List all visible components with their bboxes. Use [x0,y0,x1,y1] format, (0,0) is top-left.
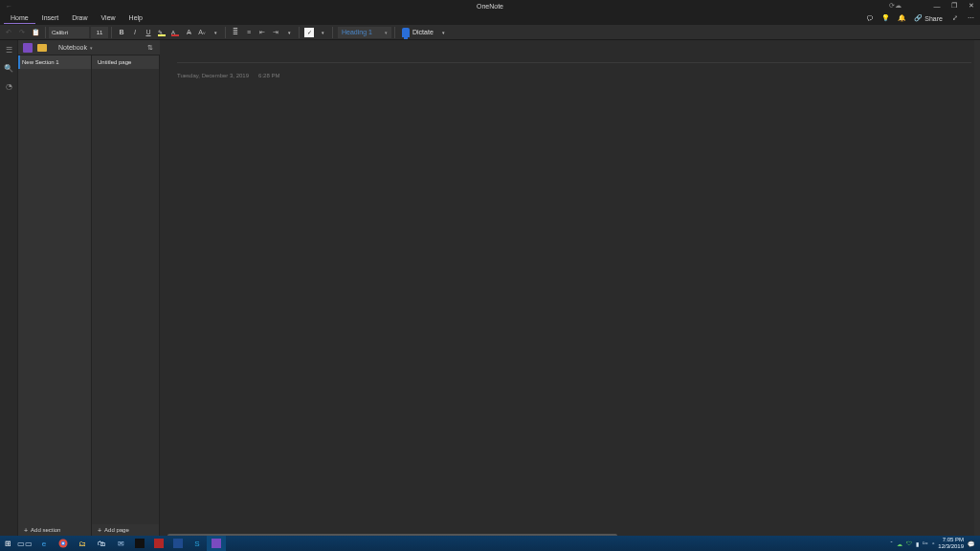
tab-help[interactable]: Help [122,13,149,23]
app-title: OneNote [477,3,503,10]
italic-button[interactable]: I [128,26,142,39]
todo-tag-button[interactable]: ✓ [302,26,316,39]
tray-onedrive-icon[interactable]: ☁ [897,540,902,547]
svg-point-2 [62,542,64,544]
section-label: New Section 1 [22,59,59,65]
page-date-text: Tuesday, December 3, 2019 [177,73,249,78]
add-page-label: Add page [104,527,129,533]
tray-date: 12/3/2019 [938,543,964,550]
page-canvas[interactable]: Tuesday, December 3, 2019 6:28 PM [160,40,974,536]
share-label: Share [924,15,943,22]
page-timestamp: Tuesday, December 3, 2019 6:28 PM [177,73,957,78]
dictate-button[interactable]: Dictate [402,28,434,37]
sort-pages-button[interactable]: ⇅ [145,44,156,52]
notebook-bar: Notebook ▾ ⇅ [18,40,160,55]
title-bar: ← OneNote ⟳☁ — ❐ ✕ [0,0,980,11]
close-button[interactable]: ✕ [963,0,980,11]
chevron-down-icon: ▾ [385,30,388,35]
share-button[interactable]: 🔗 Share [911,14,946,22]
taskbar-store[interactable]: 🛍 [92,536,111,551]
format-painter-button[interactable]: Aᵥ [195,26,209,39]
underline-button[interactable]: U [142,26,155,39]
tab-insert[interactable]: Insert [35,13,66,23]
tray-security-icon[interactable]: 🛡 [906,540,912,546]
tips-icon[interactable]: 💡 [879,11,893,25]
outdent-button[interactable]: ⇤ [256,26,269,39]
notebook-dropdown-icon[interactable]: ▾ [90,45,93,51]
clipboard-button[interactable]: 📋 [29,26,42,39]
page-header: Tuesday, December 3, 2019 6:28 PM [160,40,974,78]
add-page-button[interactable]: + Add page [92,524,160,536]
sections-pane: New Section 1 [18,55,92,534]
recent-icon[interactable]: ◔ [6,82,12,91]
notebooks-icon[interactable] [36,42,48,54]
tab-draw[interactable]: Draw [65,13,94,23]
font-color-button[interactable]: A [168,26,182,39]
font-name-input[interactable] [49,27,89,38]
bold-button[interactable]: B [115,26,128,39]
dictate-dropdown-button[interactable]: ▾ [437,26,451,39]
more-font-button[interactable]: ▾ [209,26,222,39]
dictate-label: Dictate [412,29,434,35]
window-controls: — ❐ ✕ [928,0,980,11]
styles-dropdown[interactable]: Heading 1 ▾ [338,27,391,38]
share-icon: 🔗 [914,14,923,22]
tab-view[interactable]: View [95,13,122,23]
add-section-button[interactable]: + Add section [18,524,92,536]
pages-pane: Untitled page [92,55,160,534]
tab-home[interactable]: Home [4,13,35,24]
recent-notes-icon[interactable] [22,42,33,54]
taskview-button[interactable]: ▭▭ [15,536,34,551]
tray-clock[interactable]: 7:05 PM 12/3/2019 [938,537,964,550]
plus-icon: + [24,527,28,534]
font-size-input[interactable] [91,27,108,38]
vertical-scrollbar[interactable] [974,40,980,536]
todo-dropdown-button[interactable]: ▾ [316,26,329,39]
tray-network-icon[interactable]: ▫ [932,540,934,546]
notifications-icon[interactable]: 🗩 [862,11,877,25]
start-button[interactable]: ⊞ [0,536,15,551]
back-arrow[interactable]: ← [6,3,12,10]
taskbar-app-red[interactable] [149,536,168,551]
more-icon[interactable]: ⋯ [964,11,978,25]
maximize-button[interactable]: ❐ [946,0,963,11]
redo-button[interactable]: ↷ [15,26,29,39]
bell-icon[interactable]: 🔔 [895,11,909,25]
taskbar-onenote[interactable] [207,536,226,551]
notebook-name[interactable]: Notebook [58,44,87,51]
navigation-panes: New Section 1 Untitled page [18,55,160,534]
add-bar: + Add section + Add page [18,524,160,536]
fullscreen-icon[interactable]: ⤢ [947,11,962,25]
tray-notifications-icon[interactable]: 💬 [968,540,974,547]
more-para-button[interactable]: ▾ [282,26,296,39]
system-tray: ˄ ☁ 🛡 ▮ ᴰˣ ▫ 7:05 PM 12/3/2019 💬 [890,537,980,550]
left-rail: ☰ 🔍 ◔ [0,40,18,551]
taskbar-explorer[interactable]: 🗂 [73,536,92,551]
menu-bar: Home Insert Draw View Help 🗩 💡 🔔 🔗 Share… [0,11,980,25]
minimize-button[interactable]: — [928,0,946,11]
tray-sound-icon[interactable]: ᴰˣ [923,540,928,547]
page-item[interactable]: Untitled page [92,55,159,69]
number-list-button[interactable]: ≡ [242,26,256,39]
indent-button[interactable]: ⇥ [269,26,282,39]
add-section-label: Add section [31,527,60,533]
sync-status-icon[interactable]: ⟳☁ [889,2,902,10]
tray-battery-icon[interactable]: ▮ [916,540,919,547]
taskbar-mail[interactable]: ✉ [111,536,130,551]
page-title-input[interactable] [177,54,971,63]
taskbar-skype[interactable]: S [188,536,207,551]
taskbar-app-dark[interactable] [130,536,149,551]
highlight-button[interactable]: ✎ [155,26,168,39]
search-icon[interactable]: 🔍 [4,64,13,73]
taskbar-chrome[interactable] [54,536,73,551]
undo-button[interactable]: ↶ [2,26,15,39]
tray-chevron-icon[interactable]: ˄ [890,540,893,547]
nav-toggle-icon[interactable]: ☰ [6,46,12,55]
plus-icon: + [98,527,101,534]
bullet-list-button[interactable]: ≣ [229,26,242,39]
section-item[interactable]: New Section 1 [18,55,91,69]
clear-format-button[interactable]: A̶ [182,26,195,39]
taskbar-app-blue[interactable] [168,536,188,551]
taskbar-edge[interactable]: e [34,536,54,551]
microphone-icon [402,28,410,37]
